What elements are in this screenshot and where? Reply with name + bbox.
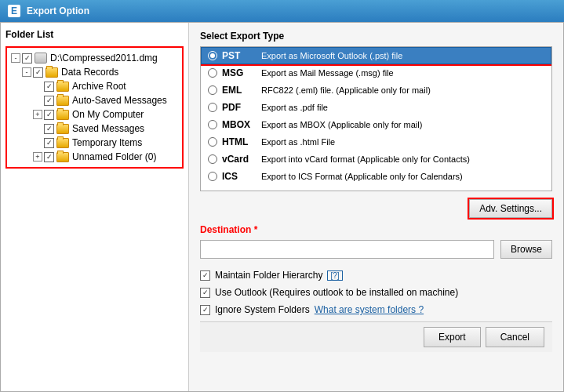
folder-label: Archive Root (72, 81, 126, 92)
folder-icon (45, 67, 58, 78)
folder-item[interactable]: + On My Computer (10, 107, 179, 122)
main-content: Folder List - D:\Compressed2011.dmg - Da… (0, 22, 564, 392)
right-panel: Select Export Type PST Export as Microso… (189, 23, 563, 391)
system-folders-help-link[interactable]: What are system folders ? (315, 304, 424, 315)
export-code-msg: MSG (222, 67, 261, 78)
folder-icon (56, 138, 69, 148)
radio-html[interactable] (208, 137, 217, 147)
use-outlook-checkbox[interactable] (200, 288, 210, 298)
required-marker: * (254, 224, 258, 235)
export-desc-ics: Export to ICS Format (Applicable only fo… (261, 172, 463, 181)
export-type-title: Select Export Type (200, 31, 552, 42)
radio-ics[interactable] (208, 172, 217, 181)
ignore-system-label: Ignore System Folders (215, 304, 310, 315)
export-desc-vcard: Export into vCard format (Applicable onl… (261, 154, 470, 164)
ignore-system-checkbox[interactable] (200, 305, 210, 315)
option-maintain-hierarchy-row: Maintain Folder Hierarchy [?] (200, 270, 552, 281)
folder-list: - D:\Compressed2011.dmg - Data Records (10, 51, 179, 164)
export-desc-pst: Export as Microsoft Outlook (.pst) file (261, 51, 402, 60)
export-code-mbox: MBOX (222, 119, 261, 130)
export-desc-eml: RFC822 (.eml) file. (Applicable only for… (261, 85, 431, 95)
folder-label: Data Records (61, 67, 118, 78)
export-type-eml[interactable]: EML RFC822 (.eml) file. (Applicable only… (201, 82, 551, 99)
folder-item[interactable]: Saved Messages (10, 122, 179, 136)
export-desc-html: Export as .html File (261, 137, 335, 147)
folder-checkbox[interactable] (44, 96, 54, 106)
adv-settings-row: Adv. Settings... (200, 199, 552, 218)
folder-list-title: Folder List (5, 29, 184, 40)
maintain-hierarchy-help[interactable]: [?] (327, 270, 342, 281)
folder-icon (56, 96, 69, 106)
folder-label: On My Computer (72, 109, 144, 120)
folder-item[interactable]: Archive Root (10, 79, 179, 93)
export-code-pst: PST (222, 50, 261, 61)
export-code-pdf: PDF (222, 102, 261, 113)
folder-label: Auto-Saved Messages (72, 95, 167, 106)
export-code-html: HTML (222, 136, 261, 147)
destination-row: Browse (200, 240, 552, 259)
maintain-hierarchy-checkbox[interactable] (200, 270, 210, 281)
folder-label: Temporary Items (72, 137, 142, 148)
folder-item[interactable]: Temporary Items (10, 136, 179, 150)
radio-pdf[interactable] (208, 103, 217, 112)
expand-icon[interactable]: - (11, 53, 20, 63)
cancel-button[interactable]: Cancel (486, 327, 544, 347)
export-type-vcard[interactable]: vCard Export into vCard format (Applicab… (201, 151, 551, 168)
folder-icon (56, 124, 69, 134)
window-title: Export Option (27, 5, 89, 16)
folder-checkbox[interactable] (44, 82, 54, 92)
folder-checkbox[interactable] (44, 110, 54, 120)
folder-list-container: - D:\Compressed2011.dmg - Data Records (5, 46, 184, 169)
bottom-bar: Export Cancel (200, 321, 552, 352)
export-desc-mbox: Export as MBOX (Applicable only for mail… (261, 120, 422, 129)
folder-icon (56, 152, 69, 162)
export-type-list[interactable]: PST Export as Microsoft Outlook (.pst) f… (200, 46, 552, 191)
export-button[interactable]: Export (424, 327, 481, 347)
use-outlook-label: Use Outlook (Requires outlook to be inst… (215, 287, 458, 298)
folder-checkbox[interactable] (22, 53, 32, 64)
export-type-html[interactable]: HTML Export as .html File (201, 133, 551, 151)
folder-item[interactable]: + Unnamed Folder (0) (10, 150, 179, 164)
export-type-ics[interactable]: ICS Export to ICS Format (Applicable onl… (201, 168, 551, 185)
export-code-eml: EML (222, 85, 261, 96)
folder-icon (56, 82, 69, 92)
adv-settings-button[interactable]: Adv. Settings... (469, 199, 552, 218)
option-ignore-system-row: Ignore System Folders What are system fo… (200, 304, 552, 315)
expand-icon[interactable]: + (33, 152, 42, 162)
radio-vcard[interactable] (208, 154, 217, 164)
folder-item[interactable]: Auto-Saved Messages (10, 93, 179, 107)
folder-label: Saved Messages (72, 123, 144, 134)
export-code-vcard: vCard (222, 154, 261, 165)
folder-item[interactable]: - Data Records (10, 65, 179, 79)
maintain-hierarchy-label: Maintain Folder Hierarchy (215, 270, 322, 281)
expand-icon[interactable]: - (22, 67, 31, 77)
export-desc-pdf: Export as .pdf file (261, 103, 328, 112)
folder-checkbox[interactable] (33, 67, 43, 78)
expand-icon[interactable]: + (33, 110, 42, 119)
browse-button[interactable]: Browse (500, 240, 552, 259)
export-code-ics: ICS (222, 171, 261, 182)
folder-icon (56, 110, 69, 120)
radio-eml[interactable] (208, 85, 217, 95)
folder-item[interactable]: - D:\Compressed2011.dmg (10, 51, 179, 65)
folder-checkbox[interactable] (44, 124, 54, 134)
export-type-msg[interactable]: MSG Export as Mail Message (.msg) file (201, 64, 551, 82)
folder-checkbox[interactable] (44, 152, 54, 162)
title-bar: E Export Option (0, 0, 564, 22)
radio-msg[interactable] (208, 68, 217, 78)
folder-checkbox[interactable] (44, 138, 54, 148)
option-use-outlook-row: Use Outlook (Requires outlook to be inst… (200, 287, 552, 298)
destination-label: Destination * (200, 224, 552, 235)
left-panel: Folder List - D:\Compressed2011.dmg - Da… (1, 23, 189, 391)
export-type-pdf[interactable]: PDF Export as .pdf file (201, 99, 551, 116)
drive-icon (35, 53, 47, 64)
folder-label: D:\Compressed2011.dmg (50, 53, 158, 64)
radio-pst[interactable] (208, 51, 217, 60)
destination-input[interactable] (200, 240, 494, 259)
export-type-mbox[interactable]: MBOX Export as MBOX (Applicable only for… (201, 116, 551, 133)
app-icon: E (8, 5, 20, 17)
folder-label: Unnamed Folder (0) (72, 151, 156, 162)
radio-mbox[interactable] (208, 120, 217, 129)
export-type-pst[interactable]: PST Export as Microsoft Outlook (.pst) f… (201, 47, 551, 64)
export-desc-msg: Export as Mail Message (.msg) file (261, 68, 394, 78)
